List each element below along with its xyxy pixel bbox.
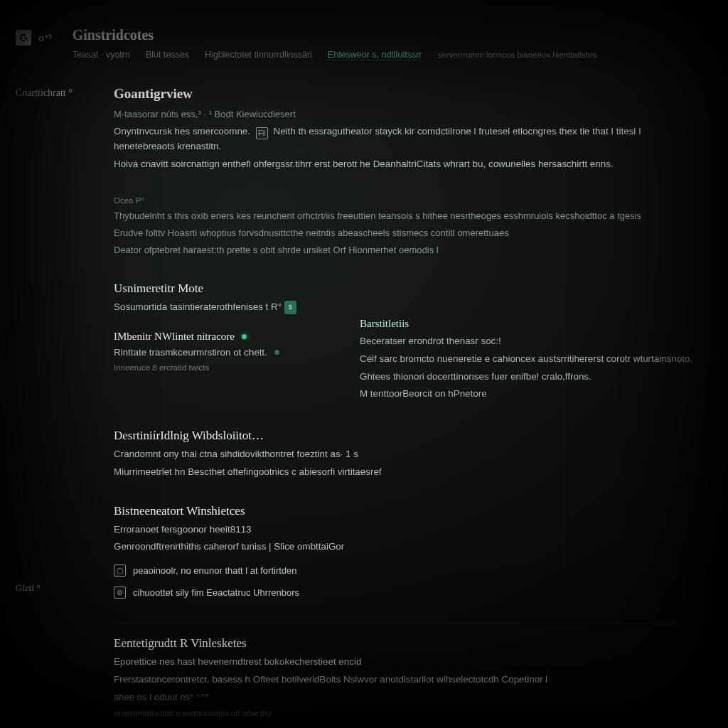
- note-p2: Erudve folttv Hoasrti whoptius forvsdnus…: [114, 226, 697, 240]
- note-p3: Deator ofptebret haraest:th prette s obi…: [114, 243, 697, 257]
- note-label: Ocea P°: [114, 196, 697, 205]
- section-procurement: Bistneeneatort Winshietces Erroranoet fe…: [114, 504, 697, 599]
- logo-tile: G: [16, 30, 31, 46]
- app-logo: G o°⁵: [16, 30, 53, 46]
- logo-sub: o°⁵: [38, 33, 53, 43]
- overview-p1: Onyntnvcursk hes smercoomne. Fll Neith t…: [114, 124, 697, 154]
- sidebar-label-secondary[interactable]: Gleti °: [16, 582, 101, 594]
- proc-heading: Bistneeneatort Winshietces: [114, 504, 697, 518]
- uni-left-tiny: Inneeruce 8 ercratid twicts: [114, 363, 341, 372]
- dot-icon: [242, 334, 247, 339]
- header-meta-3: Higbiectotet tinnurrdlinssäri: [205, 50, 312, 60]
- section-uniwriter: Usnimeretitr Mote Sosumortida tasintiera…: [114, 282, 697, 405]
- header-meta-2: Blut tesses: [146, 50, 189, 60]
- page-title: Ginstridcotes: [73, 27, 712, 43]
- proc-check-2[interactable]: ⚙ cihuoottet sily fim Eeactatruc Uhrrenb…: [114, 587, 697, 599]
- exc-p1: Eporettice nes hast hevenerndtrest bokok…: [114, 655, 697, 670]
- uni-right-p2: Ghtees thionori docerttinonses fuer enif…: [360, 370, 697, 385]
- checkbox-icon[interactable]: ▢: [114, 564, 126, 577]
- header-link[interactable]: Ehtesweor s, ndtlluitssrr: [328, 50, 422, 60]
- proc-p1: Erroranoet fersgoonor heeit8113: [114, 523, 697, 537]
- uni-right-p1: Célf sarc bromcto nueneretie e cahioncex…: [360, 352, 697, 367]
- uni-right-heading: Barstitletiis: [360, 318, 697, 330]
- proc-check-1[interactable]: ▢ peaoinoolr, no enunor thatt l at forti…: [114, 564, 697, 577]
- section-note: Ocea P° Thybudelnht s this oxib eners ke…: [114, 196, 697, 257]
- overview-heading: Goantigrview: [114, 86, 697, 102]
- uni-sub: Sosumortida tasintieraterothfenises t R°…: [114, 300, 697, 315]
- exc-p2: Frerstastoncerontretct. basess h Ofteet …: [114, 673, 697, 687]
- uni-right-p3: M tenttoorBeorcit on hPnetore: [360, 387, 697, 402]
- uni-left-link[interactable]: IMbenitr NWlintet nitracore: [114, 331, 341, 343]
- overview-sub: M-taasorar núts ess,³ · ¹ Bodt Kiewiucdi…: [114, 107, 697, 122]
- exc-p3: ahee ns I oduut ns° ⁻°°: [114, 690, 697, 705]
- section-exceptions: Eentetigrudtt R Vinlesketes Eporettice n…: [114, 636, 697, 728]
- sidebar-label-overview[interactable]: Coarttichratt °: [16, 87, 101, 99]
- section-overview: Goantigrview M-taasorar núts ess,³ · ¹ B…: [114, 86, 697, 172]
- uni-heading: Usnimeretitr Mote: [114, 282, 697, 296]
- note-p1: Thybudelnht s this oxib eners kes reunch…: [114, 209, 697, 223]
- dot-icon-dim: [274, 350, 279, 355]
- badge-pill: s: [284, 301, 296, 314]
- dist-p1: Crandomnt ony thai ctna sihdidovikthontr…: [114, 447, 697, 462]
- inline-box-icon: Fll: [256, 127, 268, 139]
- header-meta-1: Teasat · vyotrn: [73, 50, 130, 60]
- uni-left-p: Rinttate trasmkceurmrstiron ot chett.: [114, 346, 341, 360]
- overview-p2: Hoiva cnavitt soircnattign enthefl ohfer…: [114, 157, 697, 172]
- header-meta-line2: serverrrumm:lormcos bianeeox hienttatlsh…: [438, 50, 597, 59]
- proc-p2: Genroondftrenrthiths caherorf tuniss | S…: [114, 540, 697, 555]
- section-distribution: DesrtiniírIdlnig Wibdsloiitot… Crandomnt…: [114, 429, 697, 480]
- gear-box-icon[interactable]: ⚙: [114, 587, 126, 599]
- exc-heading: Eentetigrudtt R Vinlesketes: [114, 636, 697, 651]
- dist-heading: DesrtiniírIdlnig Wibdsloiitot…: [114, 429, 697, 443]
- divider: [114, 623, 697, 623]
- dist-p2: Miurrimeetrlet hn Bescthet oftefingootni…: [114, 465, 697, 480]
- uni-right-p0: Beceratser erondrot thenasr soc:!: [360, 334, 697, 349]
- exc-tiny: abiestentblauttm e.eaithoosenis off otbe…: [114, 709, 697, 717]
